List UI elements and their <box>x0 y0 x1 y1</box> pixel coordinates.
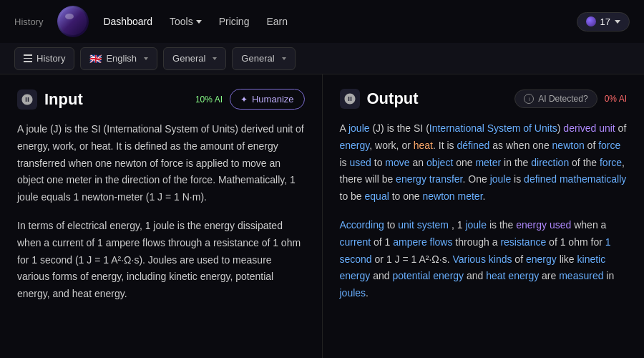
hl-energy-transfer: energy transfer <box>396 173 462 185</box>
top-nav: History Dashboard Tools Pricing Earn 17 <box>0 0 644 43</box>
hl-intl-system: International System of Units <box>429 122 557 134</box>
hl-force-1: force <box>598 140 620 151</box>
hl-defined-math: defined mathematically <box>524 173 626 185</box>
output-panel: Output i AI Detected? 0% AI A joule (J) … <box>323 74 645 358</box>
output-panel-header: Output i AI Detected? 0% AI <box>340 89 628 109</box>
input-panel-title: Input <box>17 90 83 110</box>
subnav-language[interactable]: 🇬🇧 English <box>80 47 157 70</box>
input-panel-header: Input 10% AI ✦ Humanize <box>17 89 305 110</box>
output-icon <box>340 89 360 109</box>
credits-count: 17 <box>600 16 610 27</box>
hl-force-2: force <box>600 157 622 168</box>
nav-pricing[interactable]: Pricing <box>219 16 250 27</box>
input-panel: Input 10% AI ✦ Humanize A joule (J) is t… <box>0 74 323 358</box>
ai-detected-button[interactable]: i AI Detected? <box>514 90 597 108</box>
output-ai-badge: 0% AI <box>605 94 627 104</box>
output-panel-title: Output <box>340 89 419 109</box>
hl-heat: heat <box>414 140 433 151</box>
hl-energy-1: energy <box>340 140 370 151</box>
output-paragraph-2: According to unit system , 1 joule is th… <box>340 217 628 302</box>
spark-icon: ✦ <box>240 95 248 105</box>
hl-current: current <box>340 236 371 248</box>
hl-ampere-flows: ampere flows <box>393 236 452 248</box>
hl-newton: newton <box>552 140 585 151</box>
sub-nav: History 🇬🇧 English General General <box>0 43 644 74</box>
hl-various-kinds: Various kinds <box>452 253 512 265</box>
credits-chevron-icon <box>615 20 620 24</box>
tools-chevron-icon <box>196 20 202 24</box>
input-paragraph-1: A joule (J) is the SI (International Sys… <box>17 121 305 206</box>
hl-heat-energy: heat energy <box>486 270 539 281</box>
hl-energy-used: energy used <box>516 219 571 231</box>
subnav-history[interactable]: History <box>14 47 74 70</box>
hl-direction: direction <box>531 157 569 168</box>
hl-potential-energy: potential energy <box>392 270 464 281</box>
hl-used: used <box>350 157 371 168</box>
general2-chevron-icon <box>282 57 286 60</box>
hl-move: move <box>385 157 409 168</box>
input-paragraph-2: In terms of electrical energy, 1 joule i… <box>17 218 305 303</box>
language-chevron-icon <box>144 57 148 60</box>
flag-icon: 🇬🇧 <box>89 53 102 64</box>
subnav-general-2[interactable]: General <box>232 47 295 70</box>
input-icon <box>17 90 37 110</box>
history-nav-label[interactable]: History <box>14 16 43 27</box>
input-text-content: A joule (J) is the SI (International Sys… <box>17 121 305 303</box>
general1-chevron-icon <box>213 57 217 60</box>
hl-meter: meter <box>475 157 501 168</box>
credits-button[interactable]: 17 <box>577 12 630 32</box>
nav-dashboard[interactable]: Dashboard <box>103 16 152 27</box>
hl-derived-unit: derived unit <box>563 122 615 134</box>
hamburger-icon <box>24 54 32 62</box>
hl-according: According <box>340 219 384 231</box>
hl-joule-1: joule <box>348 122 370 134</box>
hl-resistance: resistance <box>500 236 546 248</box>
hl-object: object <box>426 157 453 168</box>
hl-equal: equal <box>365 190 389 202</box>
main-content: Input 10% AI ✦ Humanize A joule (J) is t… <box>0 74 644 358</box>
hl-joules: joules <box>340 287 366 299</box>
nav-links: Dashboard Tools Pricing Earn <box>103 16 288 27</box>
output-paragraph-1: A joule (J) is the SI (International Sys… <box>340 120 628 205</box>
hl-measured: measured <box>559 270 603 281</box>
hl-newton-meter: newton meter <box>423 190 483 202</box>
nav-tools[interactable]: Tools <box>170 16 202 27</box>
nav-earn[interactable]: Earn <box>266 16 288 27</box>
credits-icon <box>586 16 596 26</box>
output-header-right: i AI Detected? 0% AI <box>514 90 627 108</box>
output-text-content: A joule (J) is the SI (International Sys… <box>340 120 628 302</box>
hl-joule-2: joule <box>490 173 512 185</box>
ai-detected-icon: i <box>524 94 534 104</box>
hl-defined: défined <box>457 140 489 151</box>
subnav-general-1[interactable]: General <box>163 47 226 70</box>
input-header-right: 10% AI ✦ Humanize <box>195 89 305 110</box>
hl-unit-system: unit system <box>398 219 449 231</box>
hl-joule-3: joule <box>465 219 487 231</box>
input-ai-badge: 10% AI <box>195 95 223 105</box>
humanize-button[interactable]: ✦ Humanize <box>230 89 305 110</box>
globe-logo <box>57 6 89 37</box>
hl-energy-2: energy <box>526 253 557 265</box>
